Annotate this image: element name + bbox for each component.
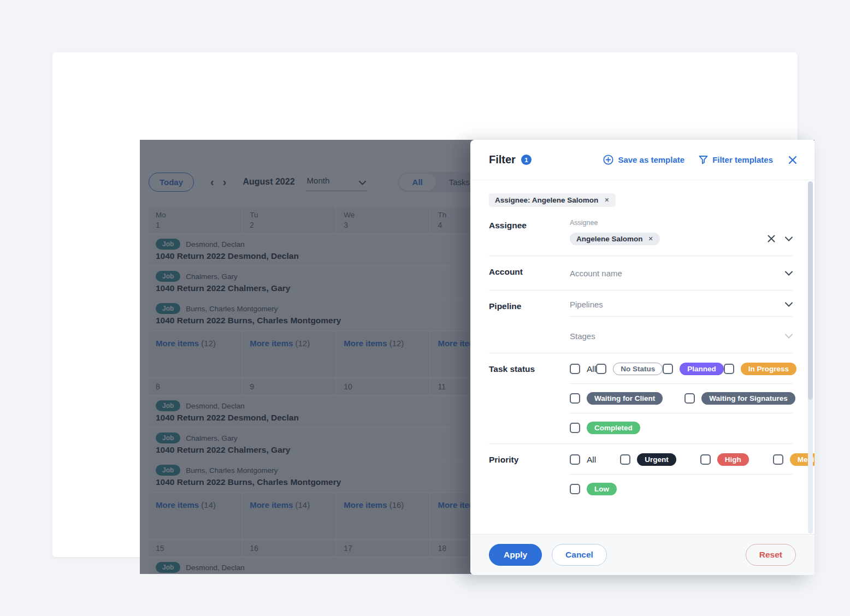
assignee-chevron-down-icon[interactable] <box>785 236 793 241</box>
checkbox[interactable] <box>620 454 630 465</box>
filter-option-high[interactable]: High <box>700 453 749 466</box>
option-label: All <box>587 455 596 465</box>
remove-assignee-icon[interactable]: ✕ <box>648 236 653 242</box>
filter-option-all[interactable]: All <box>570 454 596 465</box>
option-label: High <box>717 453 749 466</box>
funnel-icon <box>699 155 708 164</box>
filter-option-all[interactable]: All <box>570 364 596 374</box>
option-label: Low <box>587 483 617 495</box>
checkbox[interactable] <box>700 454 711 465</box>
filter-panel-content: Assignee: Angelene Salomon ✕ Assignee As… <box>470 180 814 534</box>
priority-section-label: Priority <box>489 453 570 495</box>
active-filter-chip[interactable]: Assignee: Angelene Salomon ✕ <box>489 193 616 207</box>
option-label: No Status <box>613 363 663 375</box>
filter-option-waiting-for-signatures[interactable]: Waiting for Signatures <box>684 392 795 405</box>
checkbox[interactable] <box>684 393 695 404</box>
account-select[interactable]: Account name <box>570 265 793 281</box>
pipelines-select[interactable]: Pipelines <box>570 300 793 317</box>
close-panel-icon[interactable] <box>787 155 798 165</box>
assignee-value-chip[interactable]: Angelene Salomon ✕ <box>570 233 660 245</box>
checkbox[interactable] <box>773 454 783 465</box>
account-section: Account Account name <box>489 265 793 281</box>
assignee-multiselect[interactable]: Angelene Salomon ✕ <box>570 231 793 246</box>
checkbox[interactable] <box>570 364 580 374</box>
filter-option-waiting-for-client[interactable]: Waiting for Client <box>570 392 663 405</box>
remove-filter-icon[interactable]: ✕ <box>604 197 609 203</box>
account-chevron-down-icon[interactable] <box>785 271 793 276</box>
reset-button[interactable]: Reset <box>746 544 796 566</box>
checkbox[interactable] <box>570 484 580 494</box>
filter-option-no-status[interactable]: No Status <box>596 363 663 375</box>
save-as-template-button[interactable]: Save as template <box>603 155 684 165</box>
checkbox[interactable] <box>570 454 580 465</box>
checkbox[interactable] <box>724 364 734 374</box>
option-label: Planned <box>680 363 724 375</box>
panel-scrollbar[interactable] <box>808 181 813 534</box>
filter-option-completed[interactable]: Completed <box>570 422 640 434</box>
pipeline-section-label: Pipeline <box>489 300 570 343</box>
filter-option-low[interactable]: Low <box>570 483 617 495</box>
filter-option-in-progress[interactable]: In Progress <box>724 363 796 375</box>
assignee-section-label: Assignee <box>489 219 570 246</box>
filter-option-urgent[interactable]: Urgent <box>620 453 676 466</box>
filter-panel-header: Filter 1 Save as template Filter <box>470 140 814 180</box>
pipeline-section: Pipeline Pipelines Stages <box>489 300 793 343</box>
app-card: Today ‹ › August 2022 Month AllTasksJobs… <box>52 52 798 557</box>
checkbox[interactable] <box>596 364 606 374</box>
option-label: Waiting for Signatures <box>701 392 795 405</box>
priority-section: Priority AllUrgentHighMediumLow <box>489 453 793 495</box>
checkbox[interactable] <box>663 364 673 374</box>
panel-title: Filter <box>489 153 516 166</box>
filter-panel: Filter 1 Save as template Filter <box>470 140 814 575</box>
filter-panel-footer: Apply Cancel Reset <box>470 534 814 575</box>
checkbox[interactable] <box>570 393 580 404</box>
cancel-button[interactable]: Cancel <box>552 544 607 566</box>
active-filter-count-badge: 1 <box>521 155 532 165</box>
assignee-field-label: Assignee <box>570 219 793 227</box>
checkbox[interactable] <box>570 423 580 433</box>
option-label: Completed <box>587 422 640 434</box>
pipelines-chevron-down-icon[interactable] <box>785 302 793 307</box>
account-section-label: Account <box>489 265 570 281</box>
stages-select[interactable]: Stages <box>570 328 793 343</box>
option-label: Waiting for Client <box>587 392 663 405</box>
option-label: Urgent <box>637 453 676 466</box>
filter-templates-button[interactable]: Filter templates <box>699 155 773 164</box>
apply-button[interactable]: Apply <box>489 544 542 566</box>
clear-assignee-icon[interactable] <box>768 235 775 242</box>
option-label: All <box>587 364 596 374</box>
task-status-section-label: Task status <box>489 363 570 434</box>
task-status-section: Task status AllNo StatusPlannedIn Progre… <box>489 363 793 434</box>
assignee-section: Assignee Assignee Angelene Salomon ✕ <box>489 219 793 246</box>
stages-chevron-down-icon[interactable] <box>785 334 793 339</box>
option-label: In Progress <box>741 363 796 375</box>
circle-plus-icon <box>603 155 613 165</box>
filter-option-planned[interactable]: Planned <box>663 363 724 375</box>
